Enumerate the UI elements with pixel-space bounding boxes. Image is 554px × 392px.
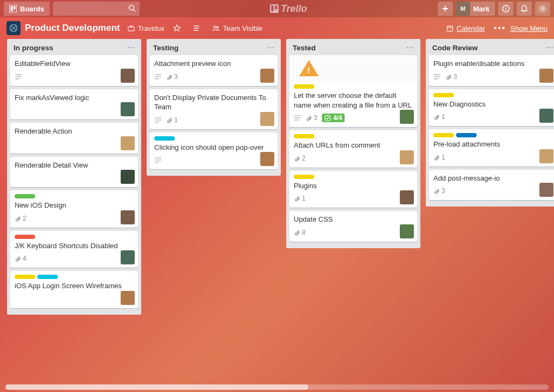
card-member-avatar[interactable]	[260, 152, 274, 166]
svg-rect-7	[275, 5, 278, 9]
card[interactable]: Pre-load attachments1	[429, 129, 554, 167]
card-member-avatar[interactable]	[539, 149, 553, 163]
card[interactable]: Plugins1	[289, 171, 417, 208]
svg-point-3	[129, 5, 134, 10]
card-labels	[15, 235, 134, 239]
label-sky[interactable]	[37, 275, 58, 279]
show-menu-button[interactable]: Show Menu	[510, 24, 548, 32]
boards-button[interactable]: Boards	[4, 2, 50, 16]
label-sky[interactable]	[154, 136, 175, 141]
list-title[interactable]: In progress	[14, 44, 127, 52]
badge-attachments: 3	[306, 114, 318, 122]
card-member-avatar[interactable]	[539, 183, 553, 197]
card[interactable]: Fix markAsViewed logic	[10, 89, 138, 120]
badge-attachments: 3	[166, 73, 178, 81]
calendar-button[interactable]: Calendar	[446, 24, 485, 32]
card[interactable]: Add post-message-io3	[429, 170, 554, 201]
card-member-avatar[interactable]	[539, 69, 553, 83]
label-red[interactable]	[15, 235, 35, 239]
list-title[interactable]: Code Review	[432, 44, 546, 52]
trello-logo[interactable]: Trello	[141, 3, 436, 15]
card-member-avatar[interactable]	[121, 210, 135, 224]
label-yellow[interactable]	[433, 93, 454, 97]
visibility-button[interactable]: Team Visible	[212, 24, 262, 32]
label-yellow[interactable]	[294, 134, 314, 138]
card[interactable]: Plugin enable/disable actions3	[429, 55, 554, 86]
horizontal-scrollbar[interactable]	[5, 384, 549, 390]
badge-attachments: 3	[445, 73, 457, 81]
card[interactable]: Attach URLs from comment2	[289, 130, 417, 168]
user-menu[interactable]: M Mark	[456, 2, 495, 16]
card[interactable]: iOS App Login Screen Wireframes	[10, 271, 138, 308]
card-member-avatar[interactable]	[400, 110, 414, 124]
label-yellow[interactable]	[294, 84, 314, 89]
card[interactable]: Attachment preview icon3	[150, 55, 278, 86]
card-member-avatar[interactable]	[400, 224, 414, 238]
label-yellow[interactable]	[15, 275, 35, 279]
card-member-avatar[interactable]	[400, 190, 414, 204]
create-button[interactable]	[438, 2, 453, 16]
card[interactable]: Renderable Detail View	[10, 157, 138, 188]
card-member-avatar[interactable]	[121, 136, 135, 150]
attachment-icon	[15, 255, 21, 262]
card[interactable]: Clicking icon should open pop-over	[150, 132, 278, 170]
attachment-icon	[306, 115, 312, 121]
card[interactable]: Renderable Action	[10, 123, 138, 154]
card-badges: 3	[433, 71, 552, 83]
attachment-icon	[294, 155, 300, 162]
card[interactable]: New Diagnostics1	[429, 89, 554, 127]
avatar: M	[456, 2, 470, 16]
user-name: Mark	[473, 5, 490, 13]
label-blue[interactable]	[456, 133, 477, 137]
badge-attachments: 3	[433, 187, 445, 195]
board-canvas[interactable]: In progress⋯EditableFieldViewFix markAsV…	[0, 39, 554, 384]
briefcase-icon	[128, 25, 135, 32]
card-cover	[289, 55, 417, 81]
card-member-avatar[interactable]	[121, 102, 135, 116]
description-icon	[154, 117, 162, 123]
board-avatar[interactable]	[6, 21, 21, 35]
card-member-avatar[interactable]	[121, 250, 135, 264]
badge-attachments: 1	[166, 116, 178, 124]
card-member-avatar[interactable]	[121, 291, 135, 305]
list-menu-button[interactable]: ⋯	[546, 43, 553, 52]
label-green[interactable]	[15, 194, 35, 198]
list-icon	[193, 24, 200, 32]
card-title: Plugins	[294, 181, 413, 191]
list-title[interactable]: Testing	[153, 44, 267, 52]
scrollbar-thumb[interactable]	[5, 384, 308, 390]
notifications-button[interactable]	[517, 2, 532, 16]
card-member-avatar[interactable]	[539, 109, 553, 123]
list-header: Testing⋯	[150, 42, 278, 55]
card-badges: 1	[294, 192, 413, 204]
attachment-icon	[294, 195, 300, 202]
card[interactable]: Don't Display Private Documents To Team1	[150, 89, 278, 129]
card-title: iOS App Login Screen Wireframes	[15, 281, 134, 291]
list-title[interactable]: Tested	[293, 44, 406, 52]
card-member-avatar[interactable]	[121, 69, 135, 83]
card[interactable]: EditableFieldView	[10, 55, 138, 86]
list-menu-button[interactable]: ⋯	[127, 43, 135, 52]
card[interactable]: New iOS Design2	[10, 190, 138, 228]
card[interactable]: Let the server choose the default name w…	[289, 55, 417, 127]
card-member-avatar[interactable]	[400, 150, 414, 164]
star-icon	[173, 24, 181, 32]
list-menu-button[interactable]: ⋯	[406, 43, 414, 52]
card-member-avatar[interactable]	[260, 69, 274, 83]
card-title: New Diagnostics	[433, 99, 552, 109]
label-yellow[interactable]	[294, 175, 314, 179]
list-view-button[interactable]	[193, 24, 203, 32]
card-member-avatar[interactable]	[121, 170, 135, 184]
description-icon	[294, 115, 301, 121]
settings-button[interactable]	[535, 2, 550, 16]
team-link[interactable]: Travidux	[128, 24, 164, 32]
board-title[interactable]: Product Development	[25, 23, 120, 34]
info-button[interactable]: i	[498, 2, 513, 16]
star-button[interactable]	[173, 24, 184, 32]
card[interactable]: J/K Keyboard Shortcuts Disabled4	[10, 231, 138, 268]
card[interactable]: Update CSS8	[289, 211, 417, 242]
label-yellow[interactable]	[433, 133, 454, 137]
card-member-avatar[interactable]	[260, 112, 274, 126]
list-menu-button[interactable]: ⋯	[267, 43, 274, 52]
search-input[interactable]	[53, 2, 140, 16]
